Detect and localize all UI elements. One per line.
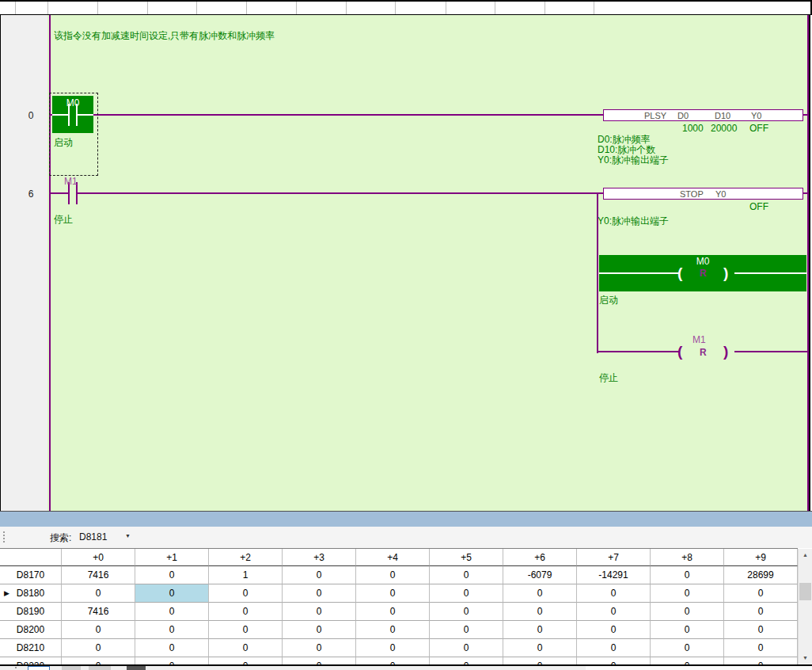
table-cell[interactable]: 0 <box>62 584 135 603</box>
table-cell[interactable]: 0 <box>430 639 503 657</box>
plsy-monitor-value-1: 1000 <box>682 123 704 134</box>
table-cell[interactable]: 0 <box>283 566 356 584</box>
clipped-bottom-toolbar <box>0 666 812 670</box>
plsy-instruction-box[interactable]: PLSY D0 D10 Y0 <box>603 109 803 121</box>
table-cell[interactable]: 0 <box>577 639 651 657</box>
column-header-plus0[interactable]: +0 <box>62 549 135 566</box>
table-cell[interactable]: 0 <box>356 621 430 639</box>
chevron-down-icon[interactable]: ▼ <box>125 533 131 539</box>
rung0-number: 0 <box>19 110 43 121</box>
column-header-plus1[interactable]: +1 <box>135 549 209 566</box>
table-cell[interactable]: 0 <box>430 566 503 584</box>
scrollbar-thumb[interactable] <box>799 583 811 600</box>
column-header-plus3[interactable]: +3 <box>283 549 356 566</box>
table-row: D8180▶0000000000 <box>0 584 798 603</box>
table-row: D82000000000000 <box>0 621 798 639</box>
table-cell[interactable]: 0 <box>651 566 724 584</box>
column-header-plus2[interactable]: +2 <box>209 549 283 566</box>
contact-m1-comment: 停止 <box>54 213 73 227</box>
table-cell[interactable]: -14291 <box>577 566 651 584</box>
row-header-d8170[interactable]: D8170 <box>0 566 62 584</box>
table-cell[interactable]: 28699 <box>724 566 798 584</box>
table-cell[interactable]: 0 <box>430 621 503 639</box>
toolbar-grip[interactable] <box>2 531 6 543</box>
table-cell[interactable]: 0 <box>651 603 724 621</box>
stop-instruction-box[interactable]: STOP Y0 <box>603 188 803 200</box>
column-header-plus7[interactable]: +7 <box>577 549 651 566</box>
column-header-plus6[interactable]: +6 <box>503 549 577 566</box>
table-cell[interactable]: 0 <box>135 584 209 603</box>
table-vertical-scrollbar[interactable]: ▲ ▼ <box>798 549 812 664</box>
table-cell[interactable]: 0 <box>430 584 503 603</box>
coil-reset-m0[interactable]: M0 ( ) R <box>599 255 806 291</box>
table-cell[interactable]: 0 <box>356 603 430 621</box>
row-header-d8190[interactable]: D8190 <box>0 603 62 621</box>
corner-header-cell[interactable] <box>0 549 62 566</box>
table-cell[interactable]: 0 <box>503 584 577 603</box>
table-row: D81907416000000000 <box>0 603 798 621</box>
table-cell[interactable]: 0 <box>62 639 135 657</box>
table-cell[interactable]: 0 <box>503 639 577 657</box>
table-cell[interactable]: 0 <box>283 621 356 639</box>
search-combobox[interactable]: D8181 ▼ <box>76 529 135 545</box>
coil-m0-label: M0 <box>599 256 806 267</box>
table-cell[interactable]: 7416 <box>62 566 135 584</box>
table-cell[interactable]: 0 <box>651 584 724 603</box>
row-header-d8200[interactable]: D8200 <box>0 621 62 639</box>
rung6-number: 6 <box>19 188 43 200</box>
table-cell[interactable]: 0 <box>724 603 798 621</box>
stop-mnemonic: STOP <box>680 189 704 199</box>
table-cell[interactable]: 0 <box>135 566 209 584</box>
table-cell[interactable]: -6079 <box>503 566 577 584</box>
table-cell[interactable]: 0 <box>283 584 356 603</box>
table-cell[interactable]: 7416 <box>62 603 135 621</box>
search-label: 搜索: <box>50 531 71 545</box>
table-cell[interactable]: 0 <box>651 621 724 639</box>
table-cell[interactable]: 0 <box>209 584 283 603</box>
table-cell[interactable]: 0 <box>503 621 577 639</box>
table-cell[interactable]: 0 <box>577 603 651 621</box>
table-cell[interactable]: 0 <box>577 584 651 603</box>
column-header-plus5[interactable]: +5 <box>430 549 503 566</box>
table-cell[interactable]: 0 <box>724 639 798 657</box>
clipped-area <box>586 666 812 670</box>
table-cell[interactable]: 0 <box>62 621 135 639</box>
plsy-mnemonic: PLSY <box>644 111 666 120</box>
column-header-plus4[interactable]: +4 <box>356 549 430 566</box>
coil-m1-symbol[interactable]: R <box>700 347 707 358</box>
table-cell[interactable]: 0 <box>430 603 503 621</box>
clipped-button[interactable] <box>28 666 50 670</box>
table-cell[interactable]: 0 <box>209 621 283 639</box>
rung0-line <box>51 114 603 116</box>
table-cell[interactable]: 0 <box>356 584 430 603</box>
table-cell[interactable]: 0 <box>209 639 283 657</box>
table-cell[interactable]: 0 <box>577 621 651 639</box>
rung0-line-right <box>803 114 807 116</box>
row-header-d8180[interactable]: D8180▶ <box>0 584 62 603</box>
table-cell[interactable]: 1 <box>209 566 283 584</box>
rung6-line <box>51 192 68 194</box>
table-cell[interactable]: 0 <box>356 639 430 657</box>
table-cell[interactable]: 0 <box>209 603 283 621</box>
scroll-up-icon[interactable]: ▲ <box>799 549 812 562</box>
table-cell[interactable]: 0 <box>283 603 356 621</box>
column-header-plus9[interactable]: +9 <box>724 549 798 566</box>
plsy-operand-3: Y0 <box>751 111 761 120</box>
column-header-plus8[interactable]: +8 <box>651 549 724 566</box>
table-cell[interactable]: 0 <box>356 566 430 584</box>
table-cell[interactable]: 0 <box>283 639 356 657</box>
table-cell[interactable]: 0 <box>651 639 724 657</box>
toolbar-grip <box>14 666 17 670</box>
table-cell[interactable]: 0 <box>724 621 798 639</box>
table-cell[interactable]: 0 <box>724 584 798 603</box>
ladder-row-number-rail <box>0 15 48 512</box>
table-cell[interactable]: 0 <box>135 603 209 621</box>
scroll-down-icon[interactable]: ▼ <box>799 652 812 664</box>
table-cell[interactable]: 0 <box>135 621 209 639</box>
table-cell[interactable]: 0 <box>135 639 209 657</box>
data-monitor-titlebar[interactable]: PLC1-数据监控 ✕ <box>0 512 812 527</box>
coil-m1-paren-close: ) <box>723 346 728 357</box>
coil-m1-paren-open: ( <box>677 346 682 357</box>
row-header-d8210[interactable]: D8210 <box>0 639 62 657</box>
table-cell[interactable]: 0 <box>503 603 577 621</box>
